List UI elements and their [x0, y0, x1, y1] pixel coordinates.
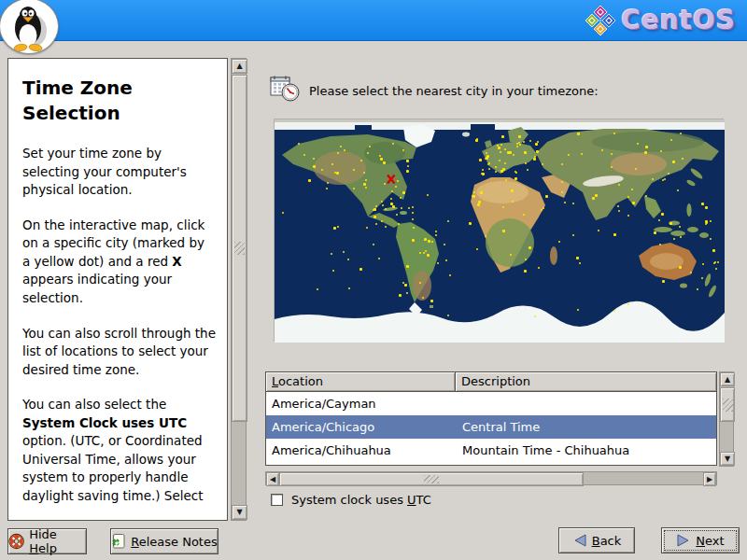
- city-dot[interactable]: [428, 240, 430, 243]
- city-dot[interactable]: [359, 268, 362, 271]
- city-dot[interactable]: [475, 139, 478, 142]
- city-dot[interactable]: [518, 135, 521, 138]
- city-dot[interactable]: [331, 163, 333, 165]
- city-dot[interactable]: [511, 189, 514, 192]
- city-dot[interactable]: [412, 206, 414, 208]
- city-dot[interactable]: [627, 196, 629, 198]
- city-dot[interactable]: [321, 169, 323, 171]
- city-dot[interactable]: [542, 163, 543, 165]
- city-dot[interactable]: [501, 135, 504, 138]
- city-dot[interactable]: [482, 173, 485, 175]
- scroll-left-icon[interactable]: ◀: [266, 472, 279, 486]
- city-dot[interactable]: [419, 282, 421, 284]
- city-dot[interactable]: [425, 250, 427, 252]
- city-dot[interactable]: [564, 202, 566, 203]
- back-button[interactable]: Back: [558, 527, 635, 553]
- city-dot[interactable]: [595, 194, 598, 197]
- city-dot[interactable]: [369, 146, 371, 147]
- city-dot[interactable]: [561, 191, 563, 193]
- city-dot[interactable]: [513, 154, 514, 156]
- city-dot[interactable]: [406, 292, 408, 294]
- city-dot[interactable]: [660, 150, 662, 152]
- scroll-down-icon[interactable]: ▼: [232, 505, 247, 520]
- city-dot[interactable]: [514, 177, 517, 180]
- city-dot[interactable]: [558, 241, 560, 243]
- city-dot[interactable]: [702, 263, 704, 265]
- table-row[interactable]: America/ChicagoCentral Time: [266, 415, 716, 439]
- city-dot[interactable]: [313, 165, 316, 168]
- city-dot[interactable]: [524, 151, 527, 154]
- city-dot[interactable]: [406, 160, 409, 162]
- city-dot[interactable]: [401, 207, 402, 209]
- city-dot[interactable]: [332, 270, 334, 272]
- city-dot[interactable]: [714, 261, 716, 263]
- city-dot[interactable]: [390, 203, 393, 205]
- city-dot[interactable]: [486, 152, 487, 154]
- city-dot[interactable]: [668, 173, 669, 175]
- city-dot[interactable]: [500, 170, 503, 173]
- city-dot[interactable]: [333, 227, 336, 230]
- table-vertical-scrollbar[interactable]: ▲ ▼: [719, 371, 734, 467]
- city-dot[interactable]: [472, 195, 475, 198]
- city-dot[interactable]: [282, 212, 284, 214]
- city-dot[interactable]: [430, 300, 433, 302]
- help-scrollbar[interactable]: ▲ ▼: [231, 58, 247, 521]
- city-dot[interactable]: [680, 236, 682, 238]
- city-dot[interactable]: [613, 310, 615, 312]
- city-dot[interactable]: [336, 172, 339, 175]
- city-dot[interactable]: [313, 158, 315, 160]
- city-dot[interactable]: [613, 233, 616, 236]
- city-dot[interactable]: [500, 144, 502, 146]
- city-dot[interactable]: [525, 162, 527, 164]
- city-dot[interactable]: [326, 188, 328, 189]
- column-header-description[interactable]: Description: [456, 371, 717, 392]
- city-dot[interactable]: [523, 214, 525, 216]
- city-dot[interactable]: [568, 154, 570, 156]
- city-dot[interactable]: [402, 191, 405, 194]
- city-dot[interactable]: [514, 171, 516, 173]
- city-dot[interactable]: [303, 154, 305, 156]
- city-dot[interactable]: [680, 133, 682, 134]
- city-dot[interactable]: [529, 140, 531, 142]
- city-dot[interactable]: [538, 267, 540, 269]
- city-dot[interactable]: [690, 272, 692, 273]
- city-dot[interactable]: [637, 143, 639, 145]
- city-dot[interactable]: [383, 161, 386, 164]
- city-dot[interactable]: [412, 212, 414, 214]
- city-dot[interactable]: [444, 244, 445, 245]
- city-dot[interactable]: [331, 253, 332, 255]
- city-dot[interactable]: [662, 179, 664, 181]
- city-dot[interactable]: [679, 266, 682, 269]
- city-dot[interactable]: [374, 216, 376, 218]
- city-dot[interactable]: [561, 181, 563, 183]
- city-dot[interactable]: [611, 153, 613, 155]
- city-dot[interactable]: [525, 259, 527, 260]
- city-dot[interactable]: [635, 168, 637, 170]
- city-dot[interactable]: [672, 161, 675, 163]
- city-dot[interactable]: [516, 146, 518, 147]
- city-dot[interactable]: [631, 189, 633, 190]
- city-dot[interactable]: [543, 207, 544, 209]
- city-dot[interactable]: [399, 294, 402, 297]
- city-dot[interactable]: [673, 238, 675, 240]
- city-dot[interactable]: [447, 315, 449, 316]
- city-dot[interactable]: [391, 190, 393, 192]
- city-dot[interactable]: [527, 169, 529, 171]
- column-header-location[interactable]: Location: [265, 371, 456, 392]
- city-dot[interactable]: [340, 146, 342, 147]
- city-dot[interactable]: [422, 297, 424, 299]
- city-dot[interactable]: [412, 218, 414, 220]
- city-dot[interactable]: [427, 194, 429, 196]
- city-dot[interactable]: [392, 143, 394, 145]
- city-dot[interactable]: [701, 277, 703, 279]
- city-dot[interactable]: [577, 309, 579, 311]
- city-dot[interactable]: [572, 234, 574, 236]
- city-dot[interactable]: [488, 162, 490, 164]
- city-dot[interactable]: [632, 202, 635, 204]
- city-dot[interactable]: [500, 151, 501, 153]
- city-dot[interactable]: [408, 207, 410, 209]
- next-button[interactable]: Next: [661, 527, 740, 553]
- city-dot[interactable]: [512, 201, 514, 203]
- city-dot[interactable]: [298, 143, 300, 145]
- city-dot[interactable]: [378, 258, 380, 259]
